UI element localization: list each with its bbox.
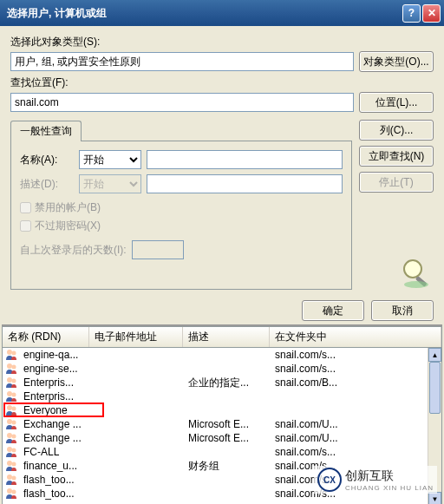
cancel-button[interactable]: 取消 [371, 300, 434, 321]
cell-folder: snail.com/U... [270, 432, 441, 444]
watermark-text: 创新互联 [345, 468, 434, 484]
cell-desc: Microsoft E... [183, 418, 270, 430]
object-type-label: 选择此对象类型(S): [10, 35, 434, 49]
columns-button[interactable]: 列(C)... [359, 120, 434, 141]
scroll-up-arrow[interactable]: ▲ [428, 348, 441, 362]
cell-desc: Microsoft E... [183, 432, 270, 444]
svg-point-14 [12, 421, 16, 425]
table-row[interactable]: Exchange ...Microsoft E...snail.com/U... [3, 417, 441, 431]
cell-name: Everyone [18, 404, 89, 416]
svg-point-17 [7, 447, 12, 452]
watermark-sub: CHUANG XIN HU LIAN [345, 484, 434, 492]
group-icon [4, 460, 18, 472]
group-icon [4, 418, 18, 430]
table-row[interactable]: engine-qa...snail.com/s... [3, 348, 441, 362]
disabled-accounts-checkbox: 禁用的帐户(B) [20, 200, 343, 215]
table-row[interactable]: engine-se...snail.com/s... [3, 362, 441, 376]
table-row[interactable]: Enterpris...企业的指定...snail.com/B... [3, 376, 441, 389]
locations-button[interactable]: 位置(L)... [359, 92, 434, 113]
svg-point-24 [12, 490, 16, 494]
desc-input[interactable] [147, 174, 343, 193]
table-row[interactable]: FC-ALLsnail.com/s... [3, 445, 441, 459]
group-icon [4, 390, 18, 403]
col-header-email[interactable]: 电子邮件地址 [89, 327, 183, 347]
titlebar: 选择用户, 计算机或组 ? ✕ [0, 0, 444, 26]
svg-point-12 [12, 407, 16, 411]
cell-name: FC-ALL [18, 446, 89, 458]
tab-general-query[interactable]: 一般性查询 [10, 121, 82, 141]
location-input[interactable] [10, 93, 354, 112]
group-icon [4, 488, 18, 500]
svg-point-9 [7, 391, 12, 396]
svg-point-3 [7, 350, 12, 355]
cell-name: engine-qa... [18, 349, 89, 361]
svg-point-10 [12, 393, 16, 397]
col-header-folder[interactable]: 在文件夹中 [270, 327, 441, 347]
window-title: 选择用户, 计算机或组 [3, 6, 401, 21]
watermark: CX 创新互联 CHUANG XIN HU LIAN [314, 466, 437, 494]
cell-folder: snail.com/s... [270, 446, 441, 458]
scroll-thumb[interactable] [429, 362, 441, 414]
object-type-input[interactable] [10, 52, 354, 71]
col-header-desc[interactable]: 描述 [183, 327, 270, 347]
desc-label: 描述(D): [20, 177, 74, 192]
stop-button: 停止(T) [359, 172, 434, 193]
col-header-name[interactable]: 名称 (RDN) [3, 327, 89, 347]
cell-name: flash_too... [18, 488, 89, 500]
help-button[interactable]: ? [402, 4, 421, 23]
cell-folder: snail.com/s... [270, 349, 441, 361]
results-header: 名称 (RDN) 电子邮件地址 描述 在文件夹中 [2, 326, 442, 347]
cell-name: Enterpris... [18, 376, 89, 389]
svg-point-18 [12, 448, 16, 453]
table-row[interactable]: Everyone [3, 403, 441, 417]
group-icon [4, 432, 18, 444]
group-icon [4, 349, 18, 361]
cell-name: finance_u... [18, 460, 89, 472]
days-since-label: 自上次登录后的天数(I): [20, 243, 127, 258]
svg-point-13 [7, 419, 12, 424]
svg-point-0 [404, 260, 421, 278]
cell-desc: 企业的指定... [183, 376, 270, 390]
group-icon [4, 446, 18, 458]
svg-point-2 [404, 281, 428, 288]
search-icon [399, 255, 434, 290]
svg-point-23 [7, 488, 12, 494]
cell-name: Exchange ... [18, 432, 89, 444]
svg-point-7 [7, 377, 12, 383]
svg-point-20 [12, 462, 16, 467]
cell-desc: 财务组 [183, 459, 270, 474]
dialog-body: 选择此对象类型(S): 对象类型(O)... 查找位置(F): 位置(L)...… [0, 26, 444, 293]
desc-op-select: 开始 [79, 174, 141, 193]
svg-point-19 [7, 461, 12, 466]
svg-point-4 [12, 351, 16, 356]
svg-point-21 [7, 475, 12, 480]
object-types-button[interactable]: 对象类型(O)... [359, 51, 434, 72]
group-icon [4, 404, 18, 416]
cell-folder: snail.com/B... [270, 376, 441, 389]
table-row[interactable]: Enterpris... [3, 389, 441, 403]
cell-name: Exchange ... [18, 418, 89, 430]
svg-point-5 [7, 363, 12, 369]
group-icon [4, 474, 18, 486]
tab-content: 名称(A): 开始 描述(D): 开始 禁用的帐户(B) 不过期密码(X) 自上… [10, 141, 352, 290]
nonexpiring-pwd-checkbox: 不过期密码(X) [20, 219, 343, 233]
cell-name: engine-se... [18, 363, 89, 375]
scroll-down-arrow[interactable]: ▼ [428, 492, 441, 504]
svg-point-6 [12, 365, 16, 370]
group-icon [4, 363, 18, 375]
svg-point-15 [7, 433, 12, 438]
ok-button[interactable]: 确定 [302, 300, 364, 321]
table-row[interactable]: Exchange ...Microsoft E...snail.com/U... [3, 431, 441, 445]
name-op-select[interactable]: 开始 [79, 150, 141, 169]
svg-point-16 [12, 435, 16, 439]
svg-point-11 [7, 405, 12, 410]
name-input[interactable] [147, 150, 343, 169]
cell-folder: snail.com/s... [270, 363, 441, 375]
find-now-button[interactable]: 立即查找(N) [359, 146, 434, 167]
days-since-input [132, 240, 184, 259]
close-button[interactable]: ✕ [422, 4, 441, 23]
cell-name: flash_too... [18, 474, 89, 486]
location-label: 查找位置(F): [10, 75, 434, 90]
svg-point-8 [12, 379, 16, 383]
watermark-logo-icon: CX [317, 468, 342, 492]
